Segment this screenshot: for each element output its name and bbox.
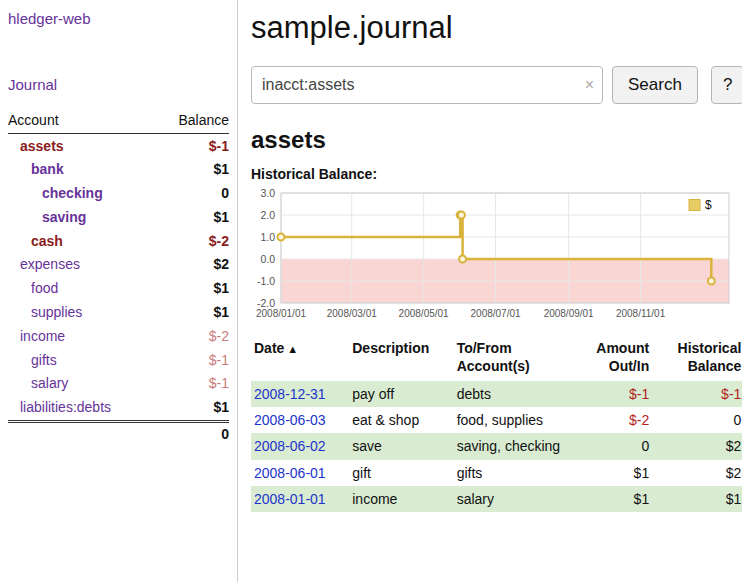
account-link[interactable]: food [31,280,58,296]
account-row: assets$-1 [8,134,229,158]
main-content: sample.journal × Search ? assets Histori… [238,0,742,582]
svg-text:2008/05/01: 2008/05/01 [399,308,449,319]
balance-chart: 3.02.01.00.0-1.0-2.02008/01/012008/03/01… [251,187,733,327]
account-link[interactable]: supplies [31,304,82,320]
register-accounts-cell: debts [454,381,567,407]
register-row: 2008-01-01incomesalary$1$1 [251,486,742,512]
account-name-cell: gifts [8,348,156,372]
account-row: gifts$-1 [8,348,229,372]
svg-text:-1.0: -1.0 [257,275,275,287]
account-balance: $-1 [156,372,229,396]
clear-search-icon[interactable]: × [585,75,594,95]
account-link[interactable]: assets [20,138,64,154]
account-row: supplies$1 [8,301,229,325]
account-link[interactable]: gifts [31,352,57,368]
account-name-cell: checking [8,182,156,206]
accounts-header-balance: Balance [156,109,229,134]
accounts-header-row: Account Balance [8,109,229,134]
account-row: checking0 [8,182,229,206]
sidebar: hledger-web Journal Account Balance asse… [0,0,238,582]
column-header-description: Description [349,337,453,381]
search-box: × [251,66,603,104]
register-date-cell: 2008-06-03 [251,407,349,433]
account-row: cash$-2 [8,229,229,253]
column-header-amount: Amount Out/In [566,337,652,381]
account-heading: assets [251,126,742,154]
register-description-cell: income [349,486,453,512]
transaction-date-link[interactable]: 2008-12-31 [254,386,326,402]
account-name-cell: cash [8,229,156,253]
account-link[interactable]: checking [42,185,103,201]
svg-text:1.0: 1.0 [260,231,275,243]
account-link[interactable]: cash [31,233,63,249]
svg-text:0.0: 0.0 [260,253,275,265]
register-description-cell: eat & shop [349,407,453,433]
register-amount-cell: 0 [566,433,652,459]
page-title: sample.journal [251,10,742,46]
account-link[interactable]: expenses [20,256,80,272]
transaction-date-link[interactable]: 2008-06-02 [254,438,326,454]
sidebar-item-journal[interactable]: Journal [8,76,229,93]
register-accounts-cell: salary [454,486,567,512]
date-header-label: Date [254,340,284,356]
register-body: 2008-12-31pay offdebts$-1$-12008-06-03ea… [251,381,742,512]
transaction-date-link[interactable]: 2008-06-03 [254,412,326,428]
column-header-accounts: To/From Account(s) [454,337,567,381]
register-row: 2008-06-02savesaving, checking0$2 [251,433,742,459]
account-row: saving$1 [8,205,229,229]
svg-text:2008/03/01: 2008/03/01 [327,308,377,319]
account-balance: $1 [156,205,229,229]
account-link[interactable]: liabilities:debts [20,399,111,415]
account-link[interactable]: saving [42,209,86,225]
account-name-cell: expenses [8,253,156,277]
account-row: income$-2 [8,324,229,348]
sort-ascending-icon: ▲ [287,343,298,355]
chart-wrap: 3.02.01.00.0-1.0-2.02008/01/012008/03/01… [251,187,742,327]
svg-text:2008/07/01: 2008/07/01 [471,308,521,319]
register-balance-cell: $2 [652,433,742,459]
account-name-cell: salary [8,372,156,396]
account-name-cell: liabilities:debts [8,396,156,421]
account-balance: $-1 [156,134,229,158]
account-balance: $-2 [156,324,229,348]
account-row: bank$1 [8,158,229,182]
account-balance: $1 [156,158,229,182]
search-button[interactable]: Search [612,66,698,104]
column-header-date[interactable]: Date▲ [251,337,349,381]
register-accounts-cell: food, supplies [454,407,567,433]
register-date-cell: 2008-06-02 [251,433,349,459]
account-balance: 0 [156,182,229,206]
register-amount-cell: $1 [566,486,652,512]
account-balance: $1 [156,277,229,301]
account-link[interactable]: bank [31,161,64,177]
transaction-date-link[interactable]: 2008-01-01 [254,491,326,507]
svg-text:2.0: 2.0 [260,209,275,221]
svg-text:2008/09/01: 2008/09/01 [544,308,594,319]
register-description-cell: gift [349,460,453,486]
svg-text:3.0: 3.0 [260,187,275,199]
account-name-cell: income [8,324,156,348]
account-name-cell: bank [8,158,156,182]
help-button[interactable]: ? [711,66,742,104]
register-row: 2008-06-03eat & shopfood, supplies$-20 [251,407,742,433]
accounts-header-account: Account [8,109,156,134]
account-link[interactable]: income [20,328,65,344]
app-title-link[interactable]: hledger-web [8,10,229,27]
register-date-cell: 2008-01-01 [251,486,349,512]
accounts-table: Account Balance assets$-1bank$1checking0… [8,109,229,445]
search-input[interactable] [251,66,603,104]
transaction-date-link[interactable]: 2008-06-01 [254,465,326,481]
account-name-cell: saving [8,205,156,229]
register-accounts-cell: saving, checking [454,433,567,459]
account-balance: $-2 [156,229,229,253]
account-row: expenses$2 [8,253,229,277]
svg-text:$: $ [705,198,712,212]
register-amount-cell: $-2 [566,407,652,433]
register-description-cell: pay off [349,381,453,407]
svg-text:2008/11/01: 2008/11/01 [616,308,666,319]
svg-text:-2.0: -2.0 [257,297,275,309]
account-row: salary$-1 [8,372,229,396]
column-header-balance: Historical Balance [652,337,742,381]
svg-text:2008/01/01: 2008/01/01 [256,308,306,319]
account-link[interactable]: salary [31,375,68,391]
